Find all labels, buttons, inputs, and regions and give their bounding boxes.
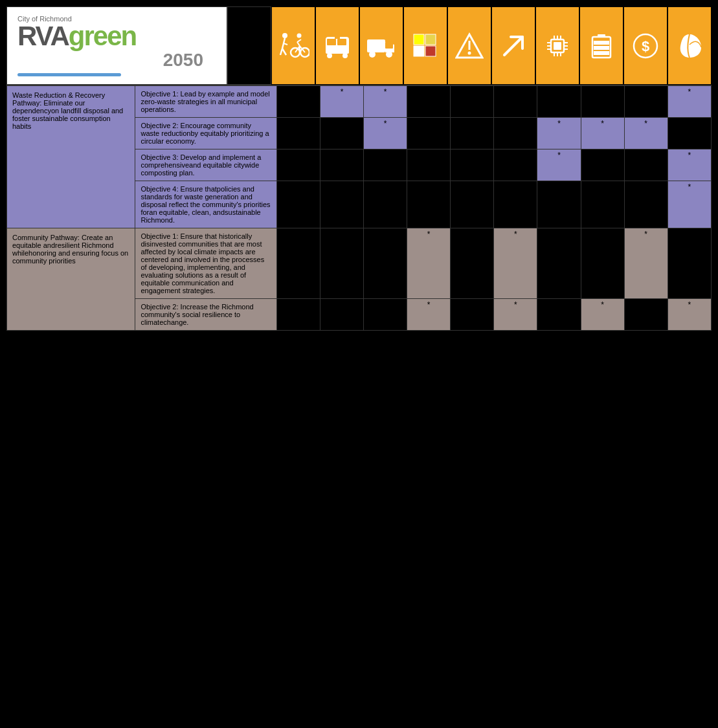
bus-icon	[315, 6, 359, 85]
svg-rect-32	[554, 42, 561, 50]
svg-rect-47	[594, 46, 609, 50]
waste-obj-4-text-cell: Objective 4: Ensure thatpolicies and sta…	[135, 181, 276, 228]
star-indicator: *	[644, 230, 647, 239]
svg-point-17	[327, 53, 332, 58]
svg-line-12	[297, 39, 301, 42]
waste-obj2-col3	[407, 118, 451, 149]
community-pathway-text: Community Pathway: Create an equitable a…	[12, 234, 128, 265]
waste-obj4-col8	[624, 181, 668, 228]
truck-icon	[359, 6, 403, 85]
community-obj1-col2	[364, 228, 407, 299]
waste-obj3-col0	[276, 149, 320, 181]
walking-cycling-icon	[271, 6, 315, 85]
waste-obj-3-text: Objective 3: Develop and implement a com…	[140, 153, 261, 177]
community-obj1-col1	[320, 228, 363, 299]
waste-obj4-col1	[320, 181, 363, 228]
waste-obj1-col8	[624, 86, 668, 118]
waste-obj4-col7	[581, 181, 624, 228]
community-obj2-col6	[537, 299, 581, 331]
rva-green-logo: RVA green	[17, 23, 216, 50]
waste-obj1-col6	[537, 86, 581, 118]
triangle-icon	[447, 6, 491, 85]
star-indicator: *	[427, 230, 431, 239]
year-text: 2050	[17, 50, 203, 71]
waste-obj-2-text-cell: Objective 2: Encourage community waste r…	[135, 118, 276, 149]
star-indicator: *	[644, 119, 647, 128]
community-obj2-col2	[364, 299, 407, 331]
waste-obj3-col1	[320, 149, 363, 181]
star-indicator: *	[427, 300, 431, 309]
svg-text:$: $	[642, 38, 649, 54]
star-indicator: *	[384, 87, 387, 96]
waste-obj1-col0	[276, 86, 320, 118]
community-obj1-col7	[581, 228, 624, 299]
waste-obj2-col9	[668, 118, 711, 149]
waste-obj3-col6: *	[537, 149, 581, 181]
svg-point-5	[297, 33, 302, 38]
star-indicator: *	[384, 119, 387, 128]
waste-obj4-col2	[364, 181, 407, 228]
waste-obj-2-text: Objective 2: Encourage community waste r…	[140, 122, 269, 145]
svg-point-0	[282, 33, 287, 38]
leaf-icon	[668, 6, 712, 85]
svg-point-30	[468, 51, 471, 54]
waste-obj4-col3	[407, 181, 451, 228]
svg-rect-46	[598, 34, 605, 38]
svg-rect-20	[367, 39, 385, 52]
svg-line-11	[297, 42, 300, 46]
svg-point-23	[386, 51, 392, 58]
icon-header-row: $	[227, 6, 712, 85]
logo-container: City of Richmond RVA green 2050	[6, 6, 227, 85]
community-obj1-col5: *	[494, 228, 537, 299]
empty-header-1	[227, 6, 271, 85]
svg-rect-27	[425, 46, 436, 56]
community-obj-1-text-cell: Objective 1: Ensure that historically di…	[135, 228, 276, 299]
svg-rect-26	[414, 46, 424, 56]
waste-obj2-col6: *	[537, 118, 581, 149]
waste-obj1-col3	[407, 86, 451, 118]
battery-icon	[579, 6, 623, 85]
svg-line-2	[284, 43, 287, 45]
community-obj1-col3: *	[407, 228, 451, 299]
waste-obj3-col9: *	[668, 149, 711, 181]
waste-obj2-col5	[494, 118, 537, 149]
waste-obj4-col9: *	[668, 181, 711, 228]
waste-obj2-col8: *	[624, 118, 668, 149]
community-obj1-col6	[537, 228, 581, 299]
waste-obj3-col7	[581, 149, 624, 181]
community-pathway-cell: Community Pathway: Create an equitable a…	[7, 228, 135, 331]
waste-obj3-col4	[451, 149, 494, 181]
svg-rect-21	[385, 42, 393, 49]
waste-obj-1-row: Waste Reduction & Recovery Pathway: Elim…	[7, 86, 712, 118]
waste-obj1-col5	[494, 86, 537, 118]
dollar-icon: $	[623, 6, 668, 85]
community-obj1-col0	[276, 228, 320, 299]
community-obj2-col3: *	[407, 299, 451, 331]
star-indicator: *	[688, 151, 691, 160]
green-text: green	[69, 23, 136, 50]
svg-point-22	[369, 51, 376, 58]
waste-obj3-col2	[364, 149, 407, 181]
star-indicator: *	[601, 300, 604, 309]
waste-obj1-col9: *	[668, 86, 711, 118]
waste-obj4-col0	[276, 181, 320, 228]
rva-text: RVA	[17, 23, 69, 50]
waste-obj4-col5	[494, 181, 537, 228]
waste-obj2-col0	[276, 118, 320, 149]
waste-obj1-col2: *	[364, 86, 407, 118]
waste-obj1-col7	[581, 86, 624, 118]
waste-obj-1-text: Objective 1: Lead by example and model z…	[140, 90, 269, 113]
community-obj-2-text: Objective 2: Increase the Richmond commu…	[140, 303, 253, 326]
community-obj2-col1	[320, 299, 363, 331]
community-obj1-col4	[451, 228, 494, 299]
star-indicator: *	[688, 182, 691, 192]
waste-pathway-cell: Waste Reduction & Recovery Pathway: Elim…	[7, 86, 135, 228]
waste-obj4-col6	[537, 181, 581, 228]
community-obj2-col9: *	[668, 299, 711, 331]
waste-obj2-col7: *	[581, 118, 624, 149]
waste-obj3-col8	[624, 149, 668, 181]
waste-obj4-col4	[451, 181, 494, 228]
main-data-table: Waste Reduction & Recovery Pathway: Elim…	[6, 85, 712, 331]
svg-rect-25	[425, 34, 436, 45]
waste-obj2-col1	[320, 118, 363, 149]
